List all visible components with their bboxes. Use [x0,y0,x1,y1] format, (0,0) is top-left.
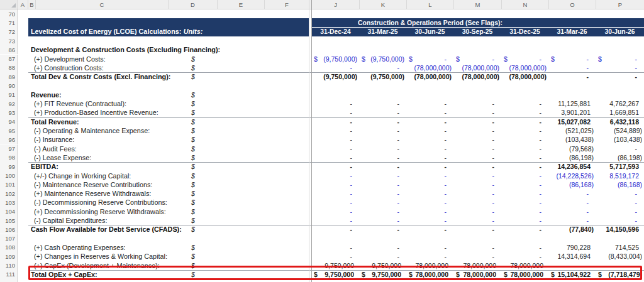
cell-D97[interactable]: $ [169,144,218,153]
cell-O111[interactable]: 15,104,922$ [548,270,596,279]
cell-L87[interactable]: -$ [406,55,453,63]
cell-O88[interactable]: - [548,63,596,72]
cell-D95[interactable]: $ [169,126,218,135]
cell-K111[interactable]: 9,750,000$ [359,270,406,279]
row-header-86[interactable]: 86 [0,45,18,54]
cell-P111[interactable]: (7,718,479)$ [596,270,644,279]
cell-P105[interactable]: - [596,216,644,225]
cell-K106[interactable]: - [359,225,406,234]
column-header-K[interactable]: K [360,0,407,9]
row-header-106[interactable]: 106 [0,225,18,234]
cell-C86[interactable]: Development & Construction Costs (Exclud… [28,45,169,54]
cell-C102[interactable]: (+) Maintenance Reserve Withdrawals: [28,189,169,198]
cell-C111[interactable]: Total OpEx + CapEx: [28,270,169,279]
cell-K94[interactable]: - [359,117,406,126]
cell-L97[interactable]: - [406,144,453,153]
row-header-92[interactable]: 92 [0,99,18,108]
cell-O89[interactable]: - [548,72,596,81]
cell-N93[interactable]: - [501,108,548,117]
row-header-72[interactable]: 72 [0,28,18,36]
row-header-91[interactable]: 91 [0,90,18,99]
cell-O100[interactable]: (14,228,526) [548,171,596,180]
cell-L110[interactable]: 78,000,000 [406,261,453,269]
cell-C109[interactable]: (+) Changes in Reserves & Working Capita… [28,252,169,261]
cell-P106[interactable]: 14,150,596 [596,225,644,234]
row-header-108[interactable]: 108 [0,243,18,252]
cell-lcoe-title[interactable]: Levelized Cost of Energy (LCOE) Calculat… [31,28,181,35]
row-header-71[interactable]: 71 [0,18,18,27]
cell-C103[interactable]: (-) Decommissioning Reserve Contribution… [28,198,169,207]
cell-M108[interactable]: - [453,243,501,252]
cell-date-O72[interactable]: 31-Mar-26 [548,28,596,36]
row-header-111[interactable]: 111 [0,270,18,279]
cell-J111[interactable]: 9,750,000$ [311,270,359,279]
cell-M94[interactable]: - [453,117,501,126]
cell-D104[interactable]: $ [169,207,218,216]
cell-D93[interactable]: $ [169,108,218,117]
column-header-A[interactable]: A [18,0,28,9]
cell-J101[interactable]: - [311,180,359,189]
cell-O96[interactable]: (103,438) [548,135,596,144]
cell-K89[interactable]: (9,750,000) [359,72,406,81]
cell-D100[interactable]: $ [169,171,218,180]
cell-P87[interactable]: -$ [596,55,644,63]
row-header-101[interactable]: 101 [0,180,18,189]
row-header-73[interactable]: 73 [0,36,18,45]
row-header-100[interactable]: 100 [0,171,18,180]
cell-K96[interactable]: - [359,135,406,144]
cell-L103[interactable]: - [406,198,453,207]
cell-P109[interactable]: (8,433,004) [596,252,644,261]
cell-D98[interactable]: $ [169,153,218,162]
cell-O92[interactable]: 11,125,881 [548,99,596,108]
column-header-D[interactable]: D [169,0,218,9]
cell-N111[interactable]: 78,000,000$ [501,270,548,279]
cell-C99[interactable]: EBITDA: [28,162,169,171]
cell-O105[interactable]: - [548,216,596,225]
cell-N102[interactable]: - [501,189,548,198]
cell-O104[interactable]: - [548,207,596,216]
column-header-B[interactable]: B [28,0,36,9]
cell-C100[interactable]: (+/-) Change in Working Capital: [28,171,169,180]
cell-C95[interactable]: (-) Operating & Maintenance Expense: [28,126,169,135]
cell-D111[interactable]: $ [169,270,218,279]
cell-P110[interactable]: - [596,261,644,269]
cell-C101[interactable]: (-) Maintenance Reserve Contributions: [28,180,169,189]
cell-K104[interactable]: - [359,207,406,216]
cell-P92[interactable]: 4,762,267 [596,99,644,108]
cell-J98[interactable]: - [311,153,359,162]
cell-C96[interactable]: (-) Insurance: [28,135,169,144]
row-header-95[interactable]: 95 [0,126,18,135]
cell-O109[interactable]: 14,314,694 [548,252,596,261]
column-header-N[interactable]: N [502,0,549,9]
column-header-J[interactable]: J [312,0,360,9]
cell-N89[interactable]: (78,000,000) [501,72,548,81]
column-header-M[interactable]: M [454,0,502,9]
cell-L111[interactable]: 78,000,000$ [406,270,453,279]
cell-O94[interactable]: 15,027,082 [548,117,596,126]
cell-D108[interactable]: $ [169,243,218,252]
cell-L100[interactable]: - [406,171,453,180]
cell-units-header[interactable]: Units: [169,28,218,35]
cell-N105[interactable]: - [501,216,548,225]
cell-D103[interactable]: $ [169,198,218,207]
row-header-90[interactable]: 90 [0,81,18,90]
cell-O110[interactable]: - [548,261,596,269]
cell-O93[interactable]: 3,901,201 [548,108,596,117]
cell-C89[interactable]: Total Dev & Constr Costs (Excl. Financin… [28,72,169,81]
cell-D94[interactable]: $ [169,117,218,126]
cell-M102[interactable]: - [453,189,501,198]
cell-M111[interactable]: 78,000,000$ [453,270,501,279]
cell-J109[interactable]: - [311,252,359,261]
row-header-93[interactable]: 93 [0,108,18,117]
cell-L93[interactable]: - [406,108,453,117]
cell-C104[interactable]: (+) Decommissioning Reserve Withdrawals: [28,207,169,216]
cell-D92[interactable]: $ [169,99,218,108]
cell-N103[interactable]: - [501,198,548,207]
cell-P99[interactable]: 5,717,593 [596,162,644,171]
cell-J105[interactable]: - [311,216,359,225]
cell-J106[interactable]: - [311,225,359,234]
cell-K95[interactable]: - [359,126,406,135]
cell-D106[interactable]: $ [169,225,218,234]
cell-J97[interactable]: - [311,144,359,153]
cell-O108[interactable]: 790,228 [548,243,596,252]
